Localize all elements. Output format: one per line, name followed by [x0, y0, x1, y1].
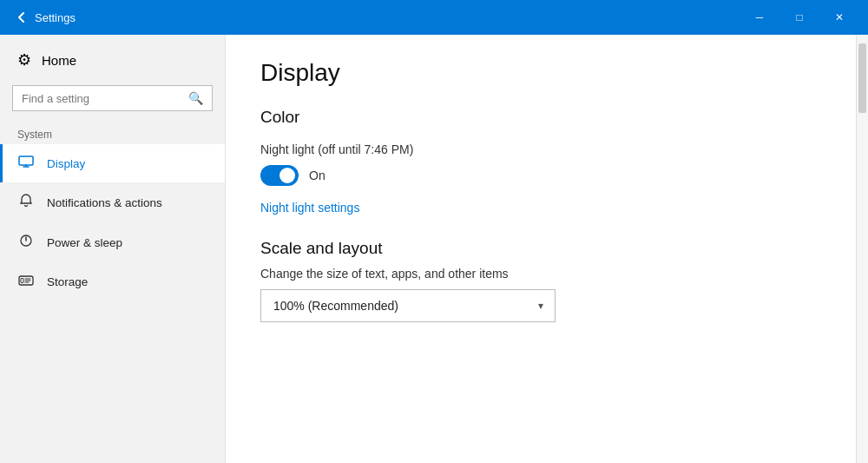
sidebar-item-notifications[interactable]: Notifications & actions	[0, 182, 225, 222]
storage-icon	[17, 274, 35, 289]
night-light-toggle-row: On	[260, 165, 821, 186]
home-label: Home	[42, 53, 76, 68]
sidebar-section-label: System	[0, 123, 225, 144]
main-layout: ⚙ Home 🔍 System Display	[0, 35, 868, 463]
search-icon: 🔍	[188, 91, 203, 105]
app-title: Settings	[35, 11, 740, 24]
scale-dropdown[interactable]: 100% (Recommended) 125% 150% 175%	[260, 289, 556, 322]
toggle-state-label: On	[309, 169, 326, 182]
sidebar-item-display-label: Display	[47, 157, 85, 170]
sidebar-item-storage-label: Storage	[47, 275, 88, 288]
notifications-icon	[17, 194, 35, 211]
scale-section-title: Scale and layout	[260, 239, 821, 258]
minimize-button[interactable]: ─	[740, 0, 779, 35]
sidebar-item-power-label: Power & sleep	[47, 236, 122, 249]
search-input[interactable]	[22, 92, 188, 105]
content-area: Display Color Night light (off until 7:4…	[226, 35, 856, 463]
sidebar-item-storage[interactable]: Storage	[0, 262, 225, 301]
back-button[interactable]	[9, 4, 35, 30]
sidebar-home[interactable]: ⚙ Home	[0, 35, 225, 85]
sidebar-item-display[interactable]: Display	[0, 144, 225, 182]
svg-rect-3	[21, 279, 23, 283]
search-box: 🔍	[12, 85, 213, 111]
maximize-button[interactable]: □	[779, 0, 819, 35]
display-icon	[17, 155, 35, 171]
color-section-title: Color	[260, 108, 821, 127]
night-light-toggle[interactable]	[260, 165, 299, 186]
sidebar-item-power[interactable]: Power & sleep	[0, 222, 225, 262]
scrollbar-thumb[interactable]	[858, 43, 866, 113]
scrollbar[interactable]	[856, 35, 868, 463]
sidebar: ⚙ Home 🔍 System Display	[0, 35, 226, 463]
window-controls: ─ □ ✕	[740, 0, 859, 35]
scale-dropdown-wrap: 100% (Recommended) 125% 150% 175% ▾	[260, 289, 556, 322]
page-title: Display	[260, 59, 821, 87]
home-icon: ⚙	[17, 50, 31, 69]
scale-description: Change the size of text, apps, and other…	[260, 267, 821, 281]
sidebar-item-notifications-label: Notifications & actions	[47, 196, 162, 209]
power-icon	[17, 234, 35, 251]
night-light-settings-link[interactable]: Night light settings	[260, 201, 359, 215]
night-light-desc: Night light (off until 7:46 PM)	[260, 142, 821, 156]
close-button[interactable]: ✕	[819, 0, 859, 35]
svg-rect-0	[19, 156, 33, 165]
title-bar: Settings ─ □ ✕	[0, 0, 868, 35]
